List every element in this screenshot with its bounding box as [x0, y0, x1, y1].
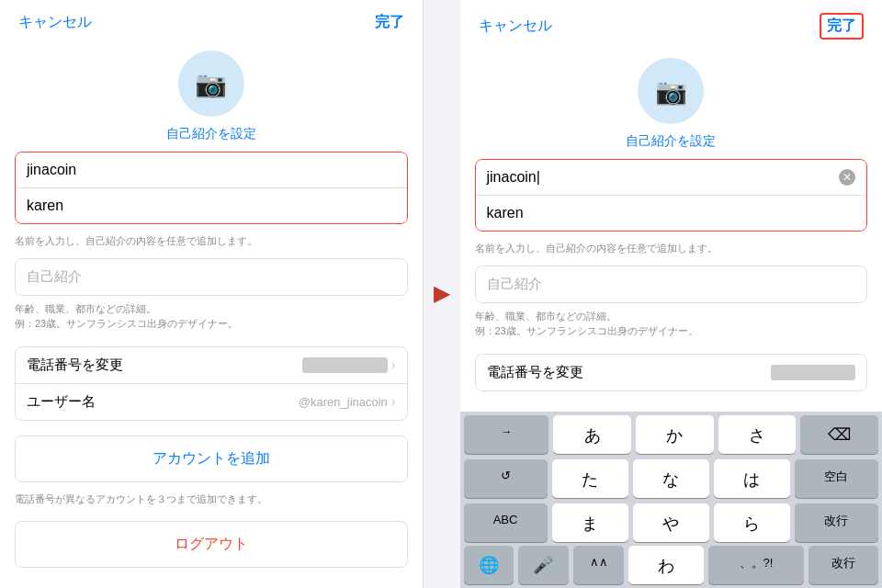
- key-undo[interactable]: ↺: [464, 459, 548, 498]
- right-avatar[interactable]: 📷: [638, 58, 704, 124]
- left-name-field[interactable]: jinacoin: [16, 153, 407, 187]
- right-name-text: jinacoin|: [487, 169, 540, 186]
- right-sub-text: karen: [487, 205, 524, 221]
- left-name-input-group: jinacoin karen: [15, 152, 408, 224]
- key-ra[interactable]: ら: [714, 503, 790, 542]
- key-a[interactable]: あ: [553, 415, 631, 454]
- left-bio-hint: 年齢、職業、都市などの詳細。例：23歳。サンフランシスコ出身のデザイナー。: [0, 300, 423, 339]
- key-na[interactable]: な: [633, 459, 709, 498]
- right-arrow-icon: ▶: [434, 282, 449, 306]
- left-cancel-button[interactable]: キャンセル: [18, 13, 92, 32]
- keyboard-row-1: → あ か さ ⌫: [460, 412, 883, 456]
- arrow-divider: ▶: [424, 0, 460, 588]
- left-add-account-button[interactable]: アカウントを追加: [16, 436, 407, 481]
- left-username-value: @karen_jinacoin ›: [299, 394, 396, 409]
- keyboard-row-3: ABC ま や ら 改行: [460, 500, 883, 544]
- key-ha[interactable]: は: [714, 459, 790, 498]
- key-mic[interactable]: 🎤: [518, 546, 569, 584]
- key-punct[interactable]: 、。?!: [708, 546, 804, 584]
- left-add-account-hint: 電話番号が異なるアカウントを３つまで追加できます。: [0, 490, 423, 514]
- right-section-title: 自己紹介を設定: [460, 130, 883, 159]
- key-arrow[interactable]: →: [464, 415, 549, 454]
- left-phone-label: 電話番号を変更: [27, 356, 123, 374]
- key-ta[interactable]: た: [552, 459, 628, 498]
- key-ya[interactable]: や: [633, 503, 709, 542]
- right-nav-bar: キャンセル 完了: [460, 0, 883, 49]
- left-phone-blurred: ●●●● ●●●●: [302, 357, 387, 373]
- left-add-account-section: アカウントを追加: [15, 435, 408, 482]
- left-sub-field[interactable]: karen: [16, 187, 407, 223]
- right-name-field[interactable]: jinacoin| ✕: [476, 160, 867, 195]
- left-info-group: 電話番号を変更 ●●●● ●●●● › ユーザー名 @karen_jinacoi…: [15, 346, 408, 421]
- left-avatar-section[interactable]: 📷: [0, 41, 423, 122]
- key-sa[interactable]: さ: [718, 415, 797, 454]
- left-logout-button[interactable]: ログアウト: [15, 521, 408, 568]
- left-phone-row[interactable]: 電話番号を変更 ●●●● ●●●● ›: [16, 347, 407, 383]
- key-abc[interactable]: ABC: [464, 503, 548, 542]
- right-phone-label: 電話番号を変更: [487, 364, 583, 381]
- key-wa[interactable]: わ: [628, 546, 704, 584]
- left-nav-bar: キャンセル 完了: [0, 0, 423, 41]
- left-username-chevron: ›: [391, 394, 396, 409]
- right-sub-field[interactable]: karen: [476, 195, 867, 231]
- keyboard: → あ か さ ⌫ ↺ た な は 空白 ABC ま や ら 改行 🌐 🎤 ∧∧…: [460, 412, 883, 588]
- key-globe[interactable]: 🌐: [464, 546, 514, 584]
- left-phone-value: ●●●● ●●●● ›: [302, 357, 395, 373]
- right-phone-row[interactable]: 電話番号を変更 ●●●● ●●●●: [476, 355, 867, 390]
- right-avatar-section[interactable]: 📷: [460, 49, 883, 130]
- right-camera-icon: 📷: [655, 76, 687, 107]
- right-phone-group: 電話番号を変更 ●●●● ●●●●: [475, 354, 868, 391]
- left-username-row[interactable]: ユーザー名 @karen_jinacoin ›: [16, 383, 407, 420]
- left-section-title: 自己紹介を設定: [0, 122, 423, 152]
- right-bio-field[interactable]: 自己紹介: [476, 266, 867, 302]
- left-username-label: ユーザー名: [27, 393, 96, 411]
- left-avatar[interactable]: 📷: [178, 51, 244, 117]
- right-name-input-group: jinacoin| ✕ karen: [475, 159, 868, 232]
- left-bio-field[interactable]: 自己紹介: [16, 259, 407, 295]
- key-space[interactable]: 空白: [795, 459, 878, 498]
- left-phone-chevron: ›: [391, 357, 396, 372]
- right-panel: キャンセル 完了 📷 自己紹介を設定 jinacoin| ✕ karen 名前を…: [460, 0, 883, 588]
- right-bio-hint: 年齢、職業、都市などの詳細。例：23歳。サンフランシスコ出身のデザイナー。: [460, 307, 883, 346]
- left-input-hint: 名前を入力し、自己紹介の内容を任意で追加します。: [0, 230, 423, 258]
- right-cancel-button[interactable]: キャンセル: [479, 17, 552, 36]
- key-return-bottom[interactable]: 改行: [808, 546, 878, 584]
- key-ma[interactable]: ま: [552, 503, 628, 542]
- right-input-hint: 名前を入力し、自己紹介の内容を任意で追加します。: [460, 237, 883, 266]
- keyboard-row-2: ↺ た な は 空白: [460, 456, 883, 500]
- right-clear-button[interactable]: ✕: [839, 169, 855, 186]
- right-bio-group: 自己紹介: [475, 266, 868, 303]
- camera-icon: 📷: [195, 69, 227, 99]
- keyboard-row-4: 🌐 🎤 ∧∧ わ 、。?! 改行: [460, 544, 883, 588]
- key-backspace[interactable]: ⌫: [800, 415, 878, 454]
- right-phone-blurred: ●●●● ●●●●: [771, 365, 855, 380]
- key-return[interactable]: 改行: [795, 503, 878, 542]
- left-done-button[interactable]: 完了: [375, 13, 404, 32]
- left-bio-group: 自己紹介: [15, 258, 408, 296]
- key-ka[interactable]: か: [636, 415, 714, 454]
- right-done-button[interactable]: 完了: [820, 13, 864, 40]
- key-caret[interactable]: ∧∧: [573, 546, 625, 584]
- left-panel: キャンセル 完了 📷 自己紹介を設定 jinacoin karen 名前を入力し…: [0, 0, 424, 588]
